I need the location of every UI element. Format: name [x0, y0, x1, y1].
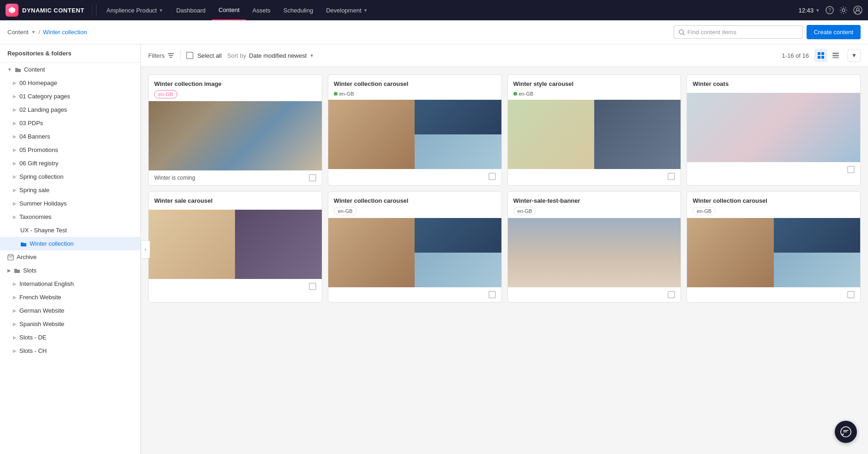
sidebar-item-summer-holidays[interactable]: ▶ Summer Holidays [0, 197, 140, 210]
sidebar-item-spring-sale[interactable]: ▶ Spring sale [0, 183, 140, 197]
card-footer-6 [328, 287, 501, 302]
chevron-icon: ▶ [13, 348, 17, 353]
search-input[interactable] [687, 29, 798, 36]
pagination-info: 1-16 of 16 [782, 52, 809, 59]
svg-rect-12 [832, 53, 839, 54]
content-card-5[interactable]: Winter sale carousel [148, 191, 322, 303]
card-footer-7 [508, 287, 681, 302]
content-area: Filters Select all Sort by Date modified… [141, 44, 868, 454]
card-header-7: Winter-sale-test-banner en-GB [508, 192, 681, 218]
search-icon [679, 29, 685, 36]
card-title-8: Winter collection carousel [693, 197, 855, 204]
sidebar-item-category[interactable]: ▶ 01 Category pages [0, 90, 140, 103]
select-all-area: Select all [186, 52, 222, 59]
sidebar-item-slots-ch[interactable]: ▶ Slots - CH [0, 344, 140, 357]
archive-icon [7, 254, 14, 260]
sidebar-collapse-button[interactable]: ‹ [141, 240, 150, 259]
sidebar-item-promotions[interactable]: ▶ 05 Promotions [0, 143, 140, 157]
card-image-3 [508, 100, 681, 169]
card-footer-2 [328, 169, 501, 184]
expand-collapse-button[interactable]: ▼ [848, 49, 861, 62]
sidebar-item-homepage[interactable]: ▶ 00 Homepage [0, 76, 140, 90]
nav-item-assets[interactable]: Assets [246, 0, 277, 20]
content-card-7[interactable]: Winter-sale-test-banner en-GB [507, 191, 681, 303]
chevron-down-icon: ▼ [159, 8, 163, 13]
chevron-icon: ▶ [13, 335, 17, 340]
sub-header: Content ▼ / Winter collection Create con… [0, 20, 868, 44]
search-box[interactable] [674, 25, 803, 39]
content-card-1[interactable]: Winter collection image en-GB Winter is … [148, 74, 322, 186]
chat-bubble[interactable] [835, 421, 857, 443]
sidebar-item-pdps[interactable]: ▶ 03 PDPs [0, 116, 140, 130]
sidebar-item-content[interactable]: ▼ Content [0, 63, 140, 76]
sidebar-item-slots-de[interactable]: ▶ Slots - DE [0, 331, 140, 344]
card-checkbox-7[interactable] [668, 291, 675, 298]
nav-item-amplience[interactable]: Amplience Product ▼ [100, 0, 170, 20]
card-footer-1: Winter is coming [149, 170, 322, 185]
content-card-4[interactable]: Winter coats [687, 74, 861, 186]
sidebar-item-gift[interactable]: ▶ 06 Gift registry [0, 157, 140, 170]
card-checkbox-3[interactable] [668, 173, 675, 180]
sidebar-item-slots[interactable]: ▶ Slots [0, 264, 140, 277]
view-icons [814, 49, 842, 62]
nav-item-development[interactable]: Development ▼ [319, 0, 374, 20]
settings-icon[interactable] [839, 6, 848, 14]
card-footer-3 [508, 169, 681, 184]
card-checkbox-2[interactable] [488, 173, 496, 180]
sidebar-item-taxonomies[interactable]: ▶ Taxonomies [0, 210, 140, 224]
chevron-icon: ▶ [13, 161, 17, 166]
card-checkbox-8[interactable] [847, 291, 855, 298]
chevron-icon: ▶ [13, 281, 17, 286]
sale-img-left [149, 210, 235, 279]
sidebar-item-spring-collection[interactable]: ▶ Spring collection [0, 170, 140, 183]
logo-text: DYNAMIC CONTENT [22, 7, 84, 14]
content-card-6[interactable]: Winter collection carousel en-GB [328, 191, 502, 303]
sidebar-item-banners[interactable]: ▶ 04 Banners [0, 130, 140, 143]
help-icon[interactable]: ? [826, 6, 834, 14]
c8-img-c1 [687, 218, 773, 287]
sidebar-item-french[interactable]: ▶ French Website [0, 291, 140, 304]
card-checkbox-5[interactable] [309, 283, 316, 290]
card-checkbox-1[interactable] [309, 174, 316, 182]
svg-point-3 [842, 9, 845, 12]
folder-icon-slots [14, 267, 20, 274]
chevron-down-icon-sort[interactable]: ▼ [309, 53, 314, 58]
sidebar-item-international[interactable]: ▶ International English [0, 277, 140, 291]
chevron-icon: ▶ [13, 134, 17, 139]
sidebar-item-landing[interactable]: ▶ 02 Landing pages [0, 103, 140, 116]
card-checkbox-4[interactable] [847, 166, 855, 173]
content-card-3[interactable]: Winter style carousel en-GB [507, 74, 681, 186]
card-title-2: Winter collection carousel [334, 80, 496, 87]
create-content-button[interactable]: Create content [807, 25, 861, 39]
nav-right: 12:43 ▼ ? [799, 6, 862, 15]
sidebar-item-archive[interactable]: Archive [0, 250, 140, 264]
sidebar-item-german[interactable]: ▶ German Website [0, 304, 140, 317]
sidebar-item-winter-collection[interactable]: Winter collection [0, 237, 140, 250]
breadcrumb-content[interactable]: Content [7, 29, 29, 36]
content-card-8[interactable]: Winter collection carousel en-GB [687, 191, 861, 303]
nav-item-scheduling[interactable]: Scheduling [277, 0, 319, 20]
time-display: 12:43 ▼ [799, 7, 820, 14]
grid-view-button[interactable] [814, 49, 827, 62]
select-all-label[interactable]: Select all [197, 52, 222, 59]
sidebar-header: Repositories & folders [0, 44, 140, 63]
carousel-img-part3 [415, 134, 501, 169]
nav-logo[interactable]: DYNAMIC CONTENT [6, 4, 92, 17]
list-view-button[interactable] [829, 49, 842, 62]
svg-rect-10 [818, 56, 820, 59]
sort-value[interactable]: Date modified newest [249, 52, 307, 59]
c8-img-c2 [774, 218, 860, 253]
filter-button[interactable]: Filters [148, 52, 175, 59]
sidebar-item-spanish[interactable]: ▶ Spanish Website [0, 317, 140, 331]
nav-item-content[interactable]: Content [212, 0, 246, 20]
chevron-down-icon-breadcrumb[interactable]: ▼ [31, 30, 36, 35]
nav-item-dashboard[interactable]: Dashboard [170, 0, 212, 20]
sidebar-item-ux-shayne[interactable]: UX - Shayne Test [0, 224, 140, 237]
card-title-5: Winter sale carousel [154, 197, 316, 204]
chevron-down-icon-dev: ▼ [363, 8, 368, 13]
user-avatar[interactable] [853, 6, 862, 15]
select-all-checkbox[interactable] [186, 52, 193, 59]
card-footer-5 [149, 279, 322, 294]
card-checkbox-6[interactable] [488, 291, 496, 298]
content-card-2[interactable]: Winter collection carousel en-GB [328, 74, 502, 186]
